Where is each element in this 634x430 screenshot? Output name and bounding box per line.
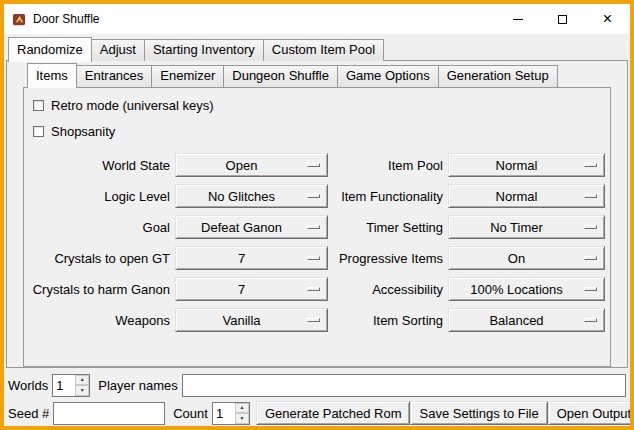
crystals-harm-ganon-dropdown[interactable]: 7 [175,277,328,301]
tab-randomize[interactable]: Randomize [8,37,92,62]
player-names-label: Player names [98,378,177,393]
seed-row: Seed # Count 1 ▲ ▼ Generate Patched Rom … [8,401,626,425]
dropdown-indicator-icon [584,256,597,260]
player-names-input[interactable] [182,374,626,397]
weapons-value: Vanilla [176,313,307,328]
weapons-label: Weapons [32,313,170,328]
progressive-items-label: Progressive Items [333,251,443,266]
tab-entrances[interactable]: Entrances [76,65,153,87]
spin-down-button[interactable]: ▼ [235,413,249,424]
spin-up-button[interactable]: ▲ [235,403,249,414]
logic-level-dropdown[interactable]: No Glitches [175,184,328,208]
options-grid: World State Open Item Pool Normal Logic … [32,153,610,332]
world-state-label: World State [32,158,170,173]
tab-dungeon-shuffle[interactable]: Dungeon Shuffle [223,65,338,87]
item-sorting-value: Balanced [449,313,584,328]
item-functionality-value: Normal [449,189,584,204]
retro-mode-checkbox[interactable]: Retro mode (universal keys) [33,97,610,114]
dropdown-indicator-icon [307,318,320,322]
accessibility-value: 100% Locations [449,282,584,297]
shopsanity-label: Shopsanity [51,124,115,139]
tab-adjust[interactable]: Adjust [91,39,145,61]
retro-mode-label: Retro mode (universal keys) [51,98,214,113]
tab-game-options[interactable]: Game Options [337,65,439,87]
progressive-items-dropdown[interactable]: On [448,246,605,270]
minimize-button[interactable] [495,4,540,34]
weapons-dropdown[interactable]: Vanilla [175,308,328,332]
item-pool-value: Normal [449,158,584,173]
item-functionality-label: Item Functionality [333,189,443,204]
logic-level-value: No Glitches [176,189,307,204]
seed-input[interactable] [53,402,165,425]
crystals-harm-ganon-value: 7 [176,282,307,297]
titlebar: Door Shuffle × [4,4,630,34]
save-settings-button[interactable]: Save Settings to File [410,401,547,425]
dropdown-indicator-icon [584,318,597,322]
dropdown-indicator-icon [307,225,320,229]
bottom-bar: Worlds 1 ▲ ▼ Player names Seed # Count 1… [8,373,626,425]
minimize-icon [513,19,523,20]
close-button[interactable]: × [585,4,630,34]
maximize-icon [558,15,567,24]
spin-down-button[interactable]: ▼ [75,385,89,396]
app-icon [11,11,27,27]
accessibility-dropdown[interactable]: 100% Locations [448,277,605,301]
count-label: Count [173,406,208,421]
crystals-open-gt-label: Crystals to open GT [32,251,170,266]
main-tab-bar: Randomize Adjust Starting Inventory Cust… [8,37,630,61]
crystals-open-gt-value: 7 [176,251,307,266]
maximize-button[interactable] [540,4,585,34]
goal-value: Defeat Ganon [176,220,307,235]
timer-setting-dropdown[interactable]: No Timer [448,215,605,239]
count-value[interactable]: 1 [213,403,235,424]
worlds-label: Worlds [8,378,48,393]
checkbox-icon [33,100,44,111]
generate-patched-rom-button[interactable]: Generate Patched Rom [256,401,411,425]
spin-up-button[interactable]: ▲ [75,375,89,386]
dropdown-indicator-icon [584,194,597,198]
shopsanity-checkbox[interactable]: Shopsanity [33,123,610,140]
goal-label: Goal [32,220,170,235]
checkbox-icon [33,126,44,137]
progressive-items-value: On [449,251,584,266]
worlds-row: Worlds 1 ▲ ▼ Player names [8,373,626,397]
sub-tab-bar: Items Entrances Enemizer Dungeon Shuffle… [27,63,627,87]
tab-generation-setup[interactable]: Generation Setup [438,65,558,87]
open-output-directory-button[interactable]: Open Output Directory [548,401,634,425]
window-title: Door Shuffle [33,12,100,26]
timer-setting-value: No Timer [449,220,584,235]
dropdown-indicator-icon [307,194,320,198]
worlds-spin-arrows: ▲ ▼ [75,375,89,396]
worlds-value[interactable]: 1 [53,375,75,396]
count-spinbox: 1 ▲ ▼ [212,402,250,425]
timer-setting-label: Timer Setting [333,220,443,235]
tab-custom-item-pool[interactable]: Custom Item Pool [263,39,384,61]
logic-level-label: Logic Level [32,189,170,204]
crystals-open-gt-dropdown[interactable]: 7 [175,246,328,270]
window-controls: × [495,4,630,34]
tab-items[interactable]: Items [27,63,77,88]
dropdown-indicator-icon [584,287,597,291]
count-spin-arrows: ▲ ▼ [235,403,249,424]
randomize-panel: Items Entrances Enemizer Dungeon Shuffle… [6,60,628,368]
tab-enemizer[interactable]: Enemizer [151,65,224,87]
dropdown-indicator-icon [307,163,320,167]
items-panel: Retro mode (universal keys) Shopsanity W… [23,87,611,367]
goal-dropdown[interactable]: Defeat Ganon [175,215,328,239]
world-state-value: Open [176,158,307,173]
close-icon: × [603,11,612,27]
seed-label: Seed # [8,406,49,421]
world-state-dropdown[interactable]: Open [175,153,328,177]
item-pool-dropdown[interactable]: Normal [448,153,605,177]
worlds-spinbox: 1 ▲ ▼ [52,374,90,397]
window: Door Shuffle × Randomize Adjust Starting… [0,0,634,430]
dropdown-indicator-icon [584,163,597,167]
item-sorting-label: Item Sorting [333,313,443,328]
item-functionality-dropdown[interactable]: Normal [448,184,605,208]
tab-starting-inventory[interactable]: Starting Inventory [144,39,264,61]
item-sorting-dropdown[interactable]: Balanced [448,308,605,332]
dropdown-indicator-icon [584,225,597,229]
crystals-harm-ganon-label: Crystals to harm Ganon [32,282,170,297]
accessibility-label: Accessibility [333,282,443,297]
dropdown-indicator-icon [307,287,320,291]
